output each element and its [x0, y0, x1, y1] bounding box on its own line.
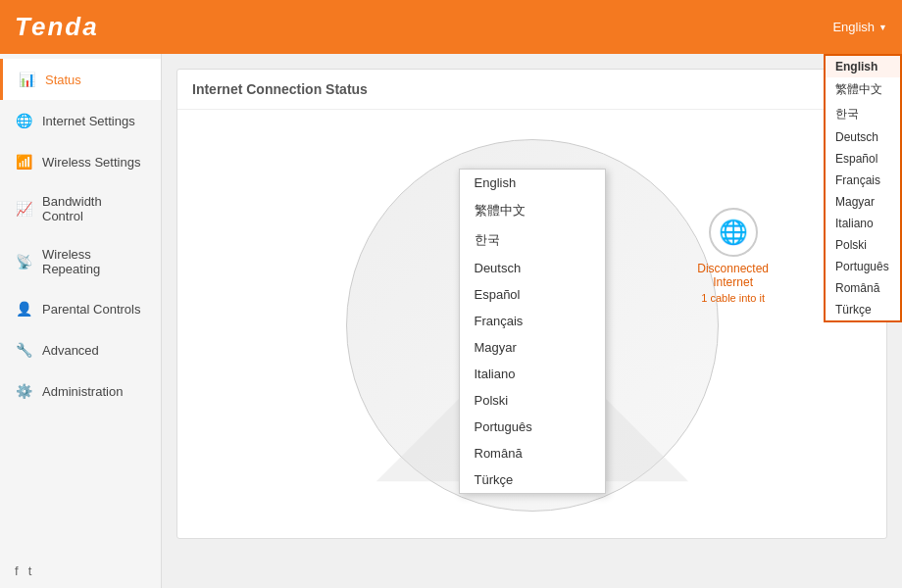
advanced-icon: 🔧 — [15, 341, 32, 359]
lang-option-right-9[interactable]: Português — [826, 256, 900, 277]
wireless-settings-icon: 📶 — [15, 153, 32, 171]
lang-option-center-11[interactable]: Türkçe — [460, 466, 605, 493]
lang-option-center-2[interactable]: 한국 — [460, 225, 605, 255]
language-label: English — [832, 20, 875, 34]
content-header: Internet Connection Status — [177, 70, 886, 110]
internet-label: Internet — [697, 275, 769, 289]
sidebar-item-status[interactable]: 📊Status — [0, 59, 161, 100]
lang-option-right-1[interactable]: 繁體中文 — [826, 77, 900, 102]
lang-option-right-11[interactable]: Türkçe — [826, 299, 900, 320]
sidebar-label-status: Status — [45, 73, 81, 87]
status-area: 🌐 Disconnected Internet 1 cable into it — [697, 208, 769, 304]
lang-option-right-8[interactable]: Polski — [826, 234, 900, 256]
sidebar-item-administration[interactable]: ⚙️Administration — [0, 370, 161, 412]
lang-option-right-3[interactable]: Deutsch — [826, 126, 900, 148]
sidebar-item-wireless-repeating[interactable]: 📡Wireless Repeating — [0, 235, 161, 288]
sidebar-item-bandwidth-control[interactable]: 📈Bandwidth Control — [0, 182, 161, 235]
lang-option-center-6[interactable]: Magyar — [460, 334, 605, 361]
layout: 📊Status🌐Internet Settings📶Wireless Setti… — [0, 54, 902, 588]
lang-option-right-10[interactable]: Română — [826, 277, 900, 299]
sidebar-label-advanced: Advanced — [42, 343, 99, 358]
sidebar-label-internet-settings: Internet Settings — [42, 114, 135, 128]
internet-settings-icon: 🌐 — [15, 112, 32, 129]
sidebar-label-bandwidth-control: Bandwidth Control — [42, 194, 146, 223]
language-dropdown-center: English繁體中文한국DeutschEspañolFrançaisMagya… — [459, 169, 606, 494]
header: Tenda English English繁體中文한국DeutschEspaño… — [0, 0, 902, 54]
lang-option-right-0[interactable]: English — [826, 56, 900, 77]
globe-icon: 🌐 — [709, 208, 758, 257]
sidebar-item-internet-settings[interactable]: 🌐Internet Settings — [0, 100, 161, 141]
administration-icon: ⚙️ — [15, 382, 32, 400]
sidebar-footer: ft — [0, 554, 161, 588]
lang-option-right-6[interactable]: Magyar — [826, 191, 900, 213]
content-box: Internet Connection Status English繁體中文한국… — [176, 69, 887, 539]
sidebar-item-wireless-settings[interactable]: 📶Wireless Settings — [0, 141, 161, 182]
lang-option-right-7[interactable]: Italiano — [826, 213, 900, 234]
parental-controls-icon: 👤 — [15, 300, 32, 318]
network-diagram: English繁體中文한국DeutschEspañolFrançaisMagya… — [177, 110, 886, 453]
sidebar-label-administration: Administration — [42, 384, 123, 399]
lang-option-center-9[interactable]: Português — [460, 414, 605, 440]
logo: Tenda — [15, 12, 99, 42]
sidebar-label-wireless-repeating: Wireless Repeating — [42, 247, 146, 276]
language-dropdown-right: English繁體中文한국DeutschEspañolFrançaisMagya… — [824, 54, 902, 322]
lang-option-right-4[interactable]: Español — [826, 148, 900, 170]
disconnected-status: Disconnected — [697, 262, 769, 275]
lang-option-right-2[interactable]: 한국 — [826, 102, 900, 126]
lang-option-center-4[interactable]: Español — [460, 281, 605, 308]
sidebar: 📊Status🌐Internet Settings📶Wireless Setti… — [0, 54, 162, 588]
main-content: Internet Connection Status English繁體中文한국… — [162, 54, 902, 588]
cable-label: 1 cable into it — [697, 292, 769, 304]
sidebar-label-wireless-settings: Wireless Settings — [42, 155, 140, 170]
language-button[interactable]: English — [832, 20, 887, 34]
lang-option-center-5[interactable]: Français — [460, 308, 605, 334]
status-icon: 📊 — [18, 71, 35, 88]
lang-option-center-7[interactable]: Italiano — [460, 361, 605, 387]
lang-option-center-8[interactable]: Polski — [460, 387, 605, 414]
facebook-link[interactable]: f — [15, 564, 19, 578]
lang-option-center-0[interactable]: English — [460, 170, 605, 196]
lang-option-center-10[interactable]: Română — [460, 440, 605, 466]
twitter-link[interactable]: t — [28, 564, 32, 578]
lang-option-center-3[interactable]: Deutsch — [460, 255, 605, 281]
lang-option-right-5[interactable]: Français — [826, 170, 900, 191]
wireless-repeating-icon: 📡 — [15, 253, 32, 270]
sidebar-item-advanced[interactable]: 🔧Advanced — [0, 329, 161, 370]
lang-option-center-1[interactable]: 繁體中文 — [460, 196, 605, 225]
bandwidth-control-icon: 📈 — [15, 200, 32, 218]
sidebar-item-parental-controls[interactable]: 👤Parental Controls — [0, 288, 161, 329]
sidebar-label-parental-controls: Parental Controls — [42, 302, 140, 317]
